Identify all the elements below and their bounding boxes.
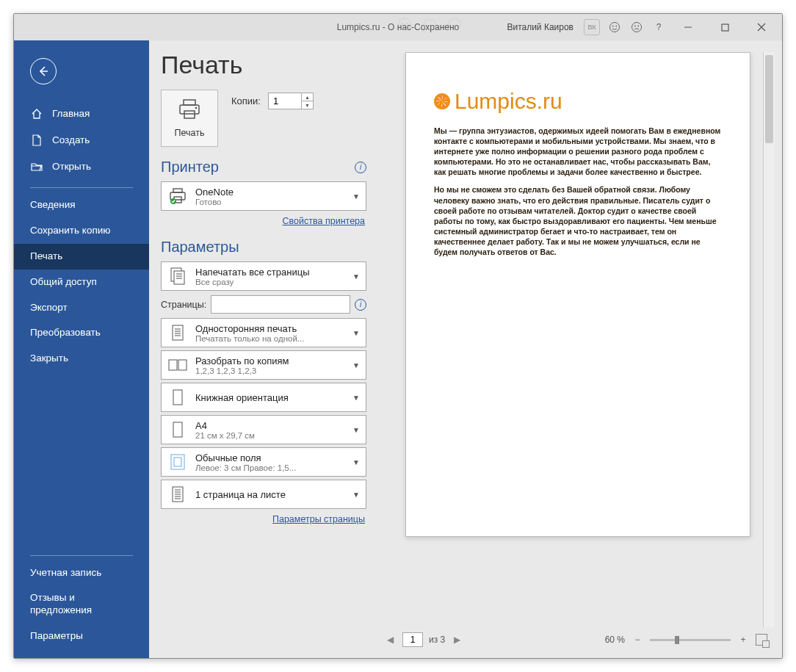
current-page-input[interactable] xyxy=(402,632,423,647)
preview-paragraph: Но мы не сможем это сделать без Вашей об… xyxy=(434,185,717,256)
face-smile-icon[interactable] xyxy=(607,20,622,35)
chevron-down-icon: ▼ xyxy=(352,192,361,200)
svg-point-6 xyxy=(612,26,614,27)
chevron-down-icon: ▼ xyxy=(352,426,361,434)
svg-point-10 xyxy=(637,26,639,27)
pages-range-input[interactable] xyxy=(211,295,350,314)
printer-properties-link[interactable]: Свойства принтера xyxy=(283,216,365,226)
printer-heading: Принтер i xyxy=(161,159,366,176)
sidebar-item-home[interactable]: Главная xyxy=(14,101,149,127)
svg-point-1 xyxy=(402,23,404,25)
prev-page-button[interactable]: ◀ xyxy=(384,633,397,646)
svg-point-8 xyxy=(632,23,642,32)
sidebar-item-export[interactable]: Экспорт xyxy=(14,295,149,321)
sides-selector[interactable]: Односторонняя печатьПечатать только на о… xyxy=(161,318,366,347)
print-button-label: Печать xyxy=(175,128,205,138)
maximize-button[interactable] xyxy=(710,17,739,37)
minimize-button[interactable] xyxy=(673,17,703,37)
sidebar-item-label: Экспорт xyxy=(30,302,68,314)
paper-size-selector[interactable]: A421 см x 29,7 см ▼ xyxy=(161,415,366,444)
zoom-knob[interactable] xyxy=(675,636,679,644)
orange-slice-icon xyxy=(434,93,450,109)
collate-selector[interactable]: Разобрать по копиям1,2,3 1,2,3 1,2,3 ▼ xyxy=(161,350,366,380)
face-sad-icon[interactable] xyxy=(629,20,644,35)
sidebar-item-label: Открыть xyxy=(52,161,91,173)
copies-label: Копии: xyxy=(231,95,261,106)
margins-selector[interactable]: Обычные поляЛевое: 3 см Правое: 1,5... ▼ xyxy=(161,447,366,477)
sidebar-item-account[interactable]: Учетная запись xyxy=(14,560,149,586)
orientation-portrait-icon xyxy=(167,387,188,408)
sidebar-item-label: Учетная запись xyxy=(30,567,101,579)
svg-rect-25 xyxy=(174,271,184,284)
printer-status: Готово xyxy=(195,198,345,206)
sidebar-item-open[interactable]: Открыть xyxy=(14,153,149,180)
printer-selector[interactable]: OneNote Готово ▼ xyxy=(161,181,366,211)
zoom-slider[interactable] xyxy=(650,639,731,641)
sidebar-separator xyxy=(30,187,133,188)
sidebar-item-print[interactable]: Печать xyxy=(14,244,149,270)
sidebar-item-share[interactable]: Общий доступ xyxy=(14,270,149,295)
sidebar-item-info[interactable]: Сведения xyxy=(14,192,149,218)
params-heading: Параметры xyxy=(161,239,366,256)
sidebar-item-label: Общий доступ xyxy=(30,276,97,289)
svg-point-4 xyxy=(449,18,460,30)
sidebar-item-label: Главная xyxy=(52,108,90,120)
copies-input[interactable] xyxy=(269,93,301,109)
sidebar-item-savecopy[interactable]: Сохранить копию xyxy=(14,218,149,244)
svg-rect-35 xyxy=(178,360,187,370)
page-per-sheet-icon xyxy=(167,484,188,505)
svg-rect-17 xyxy=(180,105,199,114)
sidebar-item-label: Закрыть xyxy=(30,353,68,365)
svg-rect-18 xyxy=(184,111,195,118)
zoom-out-button[interactable]: − xyxy=(632,635,643,645)
titlebar-deco xyxy=(396,15,463,33)
file-new-icon xyxy=(30,134,43,147)
user-name[interactable]: Виталий Каиров xyxy=(507,22,574,32)
preview-area: Lumpics.ru Мы — группа энтузиастов, одер… xyxy=(381,52,775,627)
page-setup-link[interactable]: Параметры страницы xyxy=(272,514,365,524)
svg-rect-12 xyxy=(722,24,728,31)
spinner-up-icon[interactable]: ▲ xyxy=(302,93,313,101)
page-a4-icon xyxy=(167,419,188,440)
print-range-selector[interactable]: Напечатать все страницыВсе сразу ▼ xyxy=(161,261,366,291)
sidebar-item-close[interactable]: Закрыть xyxy=(14,346,149,372)
sidebar-item-new[interactable]: Создать xyxy=(14,127,149,153)
pages-per-sheet-selector[interactable]: 1 страница на листе ▼ xyxy=(161,480,366,509)
svg-point-9 xyxy=(634,26,636,27)
chevron-down-icon: ▼ xyxy=(352,329,361,337)
scrollbar-thumb[interactable] xyxy=(765,55,773,143)
preview-scrollbar[interactable] xyxy=(763,52,775,627)
orientation-selector[interactable]: Книжная ориентация ▼ xyxy=(161,383,366,412)
folder-open-icon xyxy=(30,160,43,173)
svg-rect-16 xyxy=(184,100,195,105)
svg-point-2 xyxy=(406,23,408,25)
print-settings-pane: Печать Печать Копии: ▲ ▼ xyxy=(149,40,374,658)
collate-icon xyxy=(167,355,188,375)
print-button[interactable]: Печать xyxy=(161,90,218,147)
printer-icon xyxy=(177,98,202,123)
info-icon[interactable]: i xyxy=(355,162,366,173)
copies-spinner[interactable]: ▲ ▼ xyxy=(268,93,314,109)
preview-page: Lumpics.ru Мы — группа энтузиастов, одер… xyxy=(405,52,750,537)
sidebar-item-options[interactable]: Параметры xyxy=(14,624,149,649)
spinner-down-icon[interactable]: ▼ xyxy=(302,101,313,109)
pages-label: Страницы: xyxy=(161,300,206,310)
help-icon[interactable]: ? xyxy=(651,20,666,35)
sidebar-item-label: Отзывы и предложения xyxy=(30,592,139,617)
robot-icon xyxy=(421,15,438,33)
next-page-button[interactable]: ▶ xyxy=(451,633,463,646)
info-icon[interactable]: i xyxy=(355,299,366,311)
page-title: Печать xyxy=(161,51,366,79)
sidebar-item-feedback[interactable]: Отзывы и предложения xyxy=(14,585,149,624)
back-button[interactable] xyxy=(30,58,57,84)
page-total: из 3 xyxy=(429,635,445,645)
sidebar-item-label: Создать xyxy=(52,134,90,147)
zoom-in-button[interactable]: + xyxy=(738,635,748,645)
svg-point-5 xyxy=(610,23,620,32)
user-initials[interactable]: ВК xyxy=(584,19,600,35)
zoom-fit-button[interactable] xyxy=(756,634,767,646)
backstage-sidebar: Главная Создать Открыть Сведения Сохрани… xyxy=(14,40,149,658)
sidebar-item-transform[interactable]: Преобразовать xyxy=(14,320,149,346)
svg-point-0 xyxy=(399,18,410,30)
close-button[interactable] xyxy=(747,17,776,37)
